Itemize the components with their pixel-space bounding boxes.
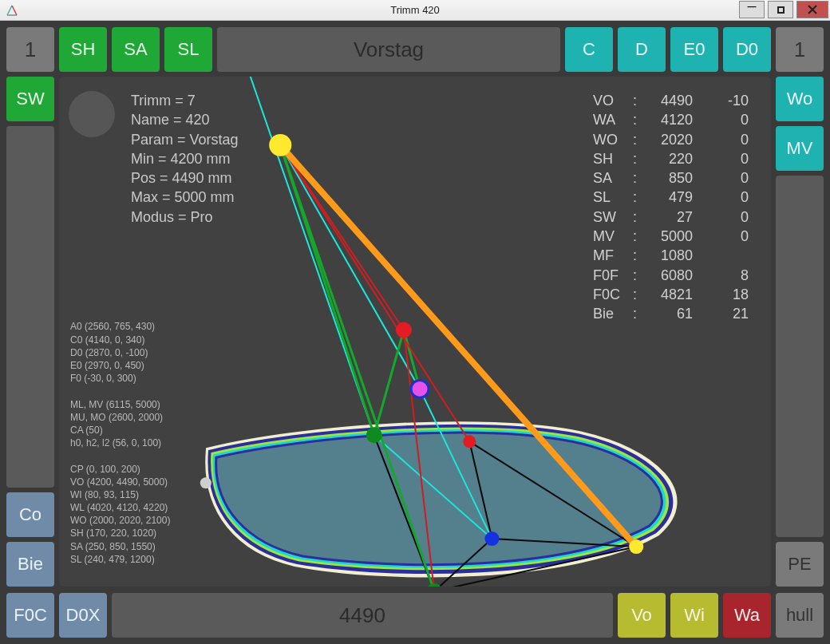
info-coords-panel: A0 (2560, 765, 430) C0 (4140, 0, 340) D0… [70, 320, 170, 566]
top-button-e0[interactable]: E0 [670, 27, 718, 72]
window-title: Trimm 420 [390, 4, 440, 16]
bottom-button-f0c[interactable]: F0C [6, 593, 54, 638]
bottom-button-hull[interactable]: hull [776, 593, 824, 638]
svg-line-13 [280, 145, 420, 389]
svg-point-30 [484, 531, 499, 546]
bottom-button-wa[interactable]: Wa [723, 593, 771, 638]
top-button-d0[interactable]: D0 [723, 27, 771, 72]
svg-line-0 [7, 6, 12, 15]
svg-point-25 [396, 322, 412, 338]
left-slider-track[interactable] [6, 126, 54, 488]
top-toolbar: 1 SH SA SL Vorstag C D E0 D0 1 [6, 27, 824, 72]
svg-point-31 [200, 477, 211, 488]
app-body: 1 SH SA SL Vorstag C D E0 D0 1 SW Co Bie… [0, 21, 830, 644]
top-button-d[interactable]: D [618, 27, 666, 72]
bottom-toolbar: F0C D0X 4490 Vo Wi Wa hull [6, 593, 824, 638]
info-panel-right: VO:4490-10WA:41200WO:20200SH:2200SA:8500… [587, 91, 755, 324]
window-titlebar: Trimm 420 — [0, 0, 830, 21]
bottom-button-wi[interactable]: Wi [670, 593, 718, 638]
maximize-button[interactable] [768, 1, 793, 18]
svg-point-29 [426, 583, 442, 587]
right-slider-track[interactable] [776, 176, 824, 537]
right-toolbar: Wo MV PE [776, 77, 824, 587]
left-button-bie[interactable]: Bie [6, 542, 54, 587]
close-button[interactable] [796, 1, 828, 18]
top-right-corner-button[interactable]: 1 [776, 27, 824, 72]
top-left-corner-button[interactable]: 1 [6, 27, 54, 72]
right-button-pe[interactable]: PE [776, 542, 824, 587]
svg-point-24 [629, 539, 643, 554]
app-icon [5, 3, 19, 18]
top-button-sl[interactable]: SL [164, 27, 212, 72]
right-button-mv[interactable]: MV [776, 126, 824, 171]
svg-point-27 [411, 380, 429, 397]
left-button-co[interactable]: Co [6, 492, 54, 537]
minimize-button[interactable]: — [739, 1, 765, 18]
svg-point-26 [463, 435, 476, 448]
left-toolbar: SW Co Bie [6, 77, 54, 587]
bottom-value-display[interactable]: 4490 [112, 593, 613, 638]
svg-line-17 [374, 330, 404, 436]
svg-point-28 [366, 427, 382, 443]
svg-line-20 [280, 145, 469, 441]
bottom-button-d0x[interactable]: D0X [59, 593, 107, 638]
bottom-button-vo[interactable]: Vo [618, 593, 666, 638]
svg-point-23 [269, 134, 291, 156]
left-button-sw[interactable]: SW [6, 77, 54, 121]
top-button-sh[interactable]: SH [59, 27, 107, 72]
svg-line-1 [12, 6, 17, 15]
right-button-wo[interactable]: Wo [776, 77, 824, 121]
drawing-canvas[interactable]: Trimm = 7 Name = 420 Param = Vorstag Min… [59, 77, 771, 587]
info-panel-left: Trimm = 7 Name = 420 Param = Vorstag Min… [131, 91, 239, 227]
top-button-sa[interactable]: SA [112, 27, 160, 72]
top-param-display[interactable]: Vorstag [217, 27, 560, 72]
top-button-c[interactable]: C [565, 27, 613, 72]
